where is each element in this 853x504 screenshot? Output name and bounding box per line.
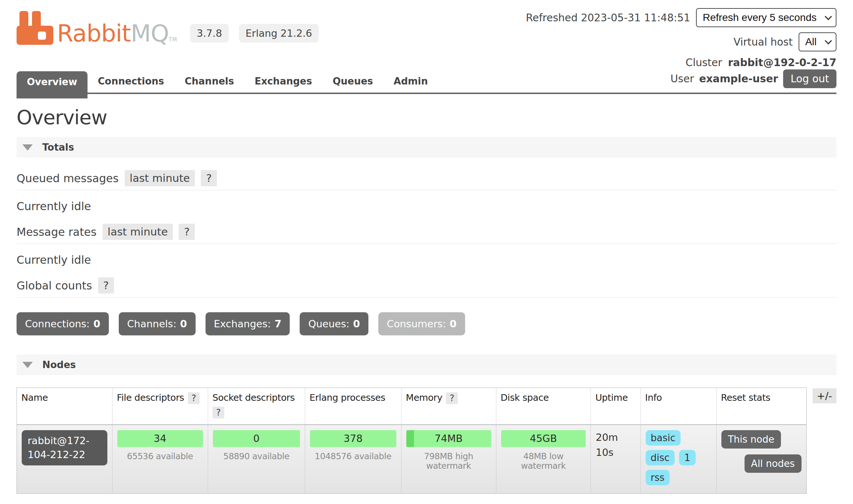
- tab-channels[interactable]: Channels: [174, 71, 244, 93]
- refreshed-timestamp: Refreshed 2023-05-31 11:48:51: [526, 12, 690, 24]
- file-descriptors-sub: 65536 available: [117, 451, 203, 461]
- connections-count-label: Connections:: [25, 318, 90, 330]
- socket-descriptors-help-badge[interactable]: ?: [213, 407, 224, 418]
- version-badges: 3.7.8 Erlang 21.2.6: [190, 24, 319, 45]
- user-line: User example-user Log out: [671, 69, 836, 93]
- channels-count-label: Channels:: [127, 318, 176, 330]
- memory-value: 74MB: [435, 433, 463, 444]
- tab-queues[interactable]: Queues: [322, 71, 383, 93]
- connections-count-value: 0: [93, 318, 100, 330]
- node-row: rabbit@172-104-212-22 34 65536 available…: [17, 425, 807, 494]
- consumers-count-value: 0: [450, 318, 457, 330]
- tab-connections[interactable]: Connections: [88, 71, 174, 93]
- nodes-table: Name File descriptors? Socket descriptor…: [17, 388, 807, 494]
- tab-admin[interactable]: Admin: [383, 71, 438, 93]
- global-counts-row: Global counts ?: [17, 277, 836, 298]
- top-bar: RabbitMQTM 3.7.8 Erlang 21.2.6 Refreshed…: [17, 8, 836, 69]
- page-root: RabbitMQTM 3.7.8 Erlang 21.2.6 Refreshed…: [0, 0, 853, 504]
- message-rates-label: Message rates: [17, 226, 97, 238]
- col-header-disk-space: Disk space: [496, 388, 591, 425]
- reset-stats-cell: This node All nodes: [716, 425, 806, 494]
- memory-help-badge[interactable]: ?: [446, 392, 458, 404]
- memory-cell: 74MB 798MB high watermark: [401, 425, 496, 494]
- disk-space-sub: 48MB low watermark: [501, 451, 586, 471]
- consumers-count-label: Consumers:: [387, 318, 446, 330]
- file-descriptors-bar: 34: [117, 430, 203, 447]
- node-name-cell: rabbit@172-104-212-22: [17, 425, 113, 494]
- user-label: User: [671, 73, 694, 85]
- rabbitmq-version-badge: 3.7.8: [190, 24, 229, 43]
- nodes-table-area: Name File descriptors? Socket descriptor…: [17, 388, 836, 494]
- reset-this-node-button[interactable]: This node: [721, 430, 781, 449]
- virtual-host-select[interactable]: All: [799, 32, 836, 51]
- col-header-file-descriptors: File descriptors?: [112, 388, 208, 425]
- uptime-value-minutes: 20m: [596, 430, 635, 445]
- logout-button[interactable]: Log out: [783, 69, 836, 88]
- col-header-erlang-processes: Erlang processes: [305, 388, 401, 425]
- memory-used-segment: [406, 430, 414, 447]
- virtual-host-value: All: [805, 36, 817, 48]
- totals-section-header[interactable]: Totals: [17, 137, 836, 158]
- exchanges-count-label: Exchanges:: [214, 318, 271, 330]
- memory-bar: 74MB: [406, 430, 491, 447]
- nav-tabs: Overview Connections Channels Exchanges …: [17, 71, 438, 93]
- erlang-processes-cell: 378 1048576 available: [305, 425, 401, 494]
- node-name-badge[interactable]: rabbit@172-104-212-22: [22, 430, 107, 465]
- socket-descriptors-cell: 0 58890 available: [208, 425, 305, 494]
- brand-rabbit-text: Rabbit: [57, 20, 131, 47]
- socket-descriptors-bar: 0: [213, 430, 300, 447]
- global-counts-buttons: Connections: 0 Channels: 0 Exchanges: 7 …: [17, 312, 836, 335]
- refresh-interval-value: Refresh every 5 seconds: [703, 12, 817, 24]
- reset-all-nodes-button[interactable]: All nodes: [745, 454, 802, 473]
- channels-count-value: 0: [180, 318, 187, 330]
- col-header-socket-descriptors: Socket descriptors?: [208, 388, 305, 425]
- page-title: Overview: [17, 106, 836, 129]
- exchanges-count-value: 7: [275, 318, 282, 330]
- queues-count-value: 0: [353, 318, 360, 330]
- brand-mq-text: MQ: [131, 20, 169, 47]
- global-counts-label: Global counts: [17, 279, 92, 292]
- global-counts-help-badge[interactable]: ?: [98, 277, 114, 294]
- nodes-table-header-row: Name File descriptors? Socket descriptor…: [17, 388, 807, 425]
- message-rates-help-badge[interactable]: ?: [179, 224, 194, 240]
- memory-sub: 798MB high watermark: [406, 451, 491, 471]
- info-badge-basic: basic: [646, 430, 681, 446]
- file-descriptors-header-label: File descriptors: [117, 392, 184, 403]
- queues-count-button[interactable]: Queues: 0: [300, 312, 368, 335]
- channels-count-button[interactable]: Channels: 0: [119, 312, 196, 335]
- collapse-triangle-icon: [22, 144, 33, 151]
- info-badges: basic disc 1 rss: [646, 430, 708, 485]
- main-nav: Overview Connections Channels Exchanges …: [17, 69, 836, 94]
- queued-messages-status: Currently idle: [17, 200, 836, 213]
- queued-messages-range-badge[interactable]: last minute: [125, 170, 195, 186]
- consumers-count-button[interactable]: Consumers: 0: [378, 312, 465, 335]
- disk-space-bar: 45GB: [501, 430, 586, 447]
- disk-space-value: 45GB: [530, 433, 557, 444]
- message-rates-range-badge[interactable]: last minute: [103, 224, 173, 240]
- uptime-cell: 20m 10s: [591, 425, 640, 494]
- columns-plus-minus-badge[interactable]: +/-: [813, 388, 836, 403]
- refresh-interval-select[interactable]: Refresh every 5 seconds: [696, 8, 836, 27]
- socket-descriptors-value: 0: [253, 433, 260, 444]
- tab-overview[interactable]: Overview: [17, 71, 88, 98]
- collapse-triangle-icon: [22, 362, 33, 368]
- exchanges-count-button[interactable]: Exchanges: 7: [206, 312, 290, 335]
- file-descriptors-value: 34: [154, 433, 166, 444]
- queued-messages-label: Queued messages: [17, 172, 119, 185]
- nodes-section-header[interactable]: Nodes: [17, 354, 836, 375]
- erlang-processes-value: 378: [344, 433, 363, 444]
- chevron-down-icon: [825, 37, 832, 44]
- queues-count-label: Queues:: [308, 318, 349, 330]
- cluster-name: rabbit@192-0-2-17: [728, 57, 836, 69]
- col-header-info: Info: [640, 388, 716, 425]
- memory-header-label: Memory: [406, 392, 442, 403]
- tab-exchanges[interactable]: Exchanges: [244, 71, 322, 93]
- connections-count-button[interactable]: Connections: 0: [17, 312, 109, 335]
- file-descriptors-help-badge[interactable]: ?: [188, 392, 200, 404]
- refresh-row: Refreshed 2023-05-31 11:48:51 Refresh ev…: [526, 8, 836, 27]
- header-meta: Refreshed 2023-05-31 11:48:51 Refresh ev…: [526, 8, 836, 69]
- user-name: example-user: [699, 73, 778, 85]
- erlang-processes-bar: 378: [310, 430, 396, 447]
- info-cell: basic disc 1 rss: [640, 425, 716, 494]
- queued-messages-help-badge[interactable]: ?: [201, 170, 217, 186]
